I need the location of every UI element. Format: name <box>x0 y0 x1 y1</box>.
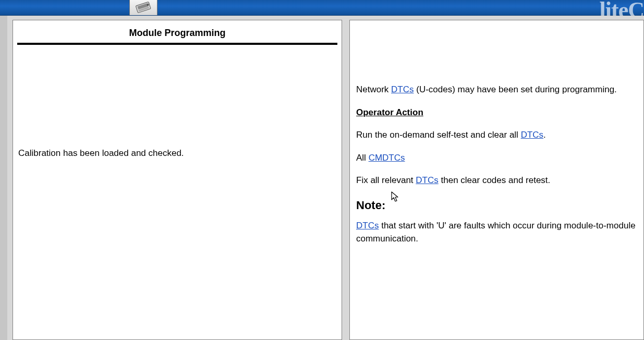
fix-relevant-line: Fix all relevant DTCs then clear codes a… <box>356 174 637 187</box>
right-pane: Network DTCs (U-codes) may have been set… <box>349 20 644 340</box>
panes: Module Programming Calibration has been … <box>13 20 644 340</box>
text: that start with 'U' are faults which occ… <box>356 221 636 244</box>
text: then clear codes and retest. <box>439 175 551 185</box>
run-selftest-line: Run the on-demand self-test and clear al… <box>356 128 637 142</box>
text: Run the on-demand self-test and clear al… <box>356 130 521 140</box>
operator-action-label: Operator Action <box>356 107 423 117</box>
note-body: DTCs that start with 'U' are faults whic… <box>356 219 637 246</box>
instruction-body: Network DTCs (U-codes) may have been set… <box>350 20 643 260</box>
text: Fix all relevant <box>356 175 416 185</box>
titlebar-spacer <box>0 0 129 15</box>
left-pane: Module Programming Calibration has been … <box>13 20 342 340</box>
device-icon <box>135 2 152 14</box>
all-cmdtcs-line: All CMDTCs <box>356 151 637 165</box>
calibration-status: Calibration has been loaded and checked. <box>13 45 342 164</box>
device-tab[interactable] <box>129 0 157 15</box>
dtcs-link[interactable]: DTCs <box>356 221 379 230</box>
text: . <box>543 130 546 140</box>
dtcs-link[interactable]: DTCs <box>391 84 414 94</box>
cmdtcs-link[interactable]: CMDTCs <box>369 153 405 163</box>
page-title: Module Programming <box>13 20 342 43</box>
text: Network <box>356 84 391 94</box>
dtcs-link[interactable]: DTCs <box>521 130 543 140</box>
text: All <box>356 153 369 163</box>
operator-action-heading: Operator Action <box>356 106 637 119</box>
text: (U-codes) may have been set during progr… <box>414 84 617 94</box>
network-dtcs-line: Network DTCs (U-codes) may have been set… <box>356 83 637 96</box>
titlebar: liteC <box>0 0 644 16</box>
note-heading: Note: <box>356 197 637 214</box>
dtcs-link[interactable]: DTCs <box>416 175 438 185</box>
workspace: Module Programming Calibration has been … <box>7 16 644 340</box>
